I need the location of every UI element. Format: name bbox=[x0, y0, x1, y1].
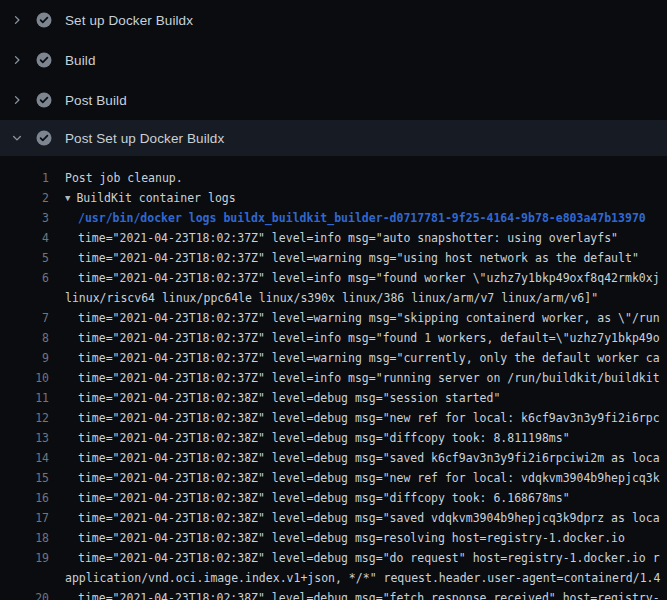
log-command-text: /usr/bin/docker logs buildx_buildkit_bui… bbox=[65, 208, 667, 228]
chevron-down-icon bbox=[11, 130, 23, 146]
group-collapse-icon[interactable]: ▼ bbox=[65, 188, 70, 208]
log-line-number[interactable]: 10 bbox=[0, 368, 49, 388]
log-group-title: BuildKit container logs bbox=[76, 191, 235, 205]
check-circle-icon bbox=[36, 92, 52, 108]
log-line: 6time="2021-04-23T18:02:37Z" level=info … bbox=[0, 268, 667, 288]
log-line-text: time="2021-04-23T18:02:38Z" level=debug … bbox=[65, 588, 667, 600]
log-line: 13time="2021-04-23T18:02:38Z" level=debu… bbox=[0, 428, 667, 448]
log-line-text: time="2021-04-23T18:02:38Z" level=debug … bbox=[65, 408, 667, 428]
chevron-right-icon bbox=[11, 12, 23, 28]
log-line-number[interactable]: 3 bbox=[0, 208, 49, 228]
log-line: 18time="2021-04-23T18:02:38Z" level=debu… bbox=[0, 528, 667, 548]
log-line: 16time="2021-04-23T18:02:38Z" level=debu… bbox=[0, 488, 667, 508]
step-row-post-build[interactable]: Post Build bbox=[0, 80, 667, 120]
log-line-number[interactable]: 13 bbox=[0, 428, 49, 448]
log-line: 10time="2021-04-23T18:02:37Z" level=info… bbox=[0, 368, 667, 388]
log-line-number bbox=[0, 288, 49, 308]
log-line-number[interactable]: 6 bbox=[0, 268, 49, 288]
step-row-set-up-docker-buildx[interactable]: Set up Docker Buildx bbox=[0, 0, 667, 40]
log-line-text: time="2021-04-23T18:02:37Z" level=info m… bbox=[65, 268, 667, 288]
log-line-number[interactable]: 20 bbox=[0, 588, 49, 600]
log-line: 12time="2021-04-23T18:02:38Z" level=debu… bbox=[0, 408, 667, 428]
log-line-number[interactable]: 9 bbox=[0, 348, 49, 368]
log-line-text: Post job cleanup. bbox=[65, 168, 667, 188]
log-line-text: time="2021-04-23T18:02:38Z" level=debug … bbox=[65, 528, 667, 548]
log-line-number[interactable]: 12 bbox=[0, 408, 49, 428]
log-line-text: time="2021-04-23T18:02:38Z" level=debug … bbox=[65, 508, 667, 528]
step-row-build[interactable]: Build bbox=[0, 40, 667, 80]
log-group-toggle[interactable]: ▼BuildKit container logs bbox=[65, 188, 667, 208]
log-line-text: time="2021-04-23T18:02:37Z" level=warnin… bbox=[65, 348, 667, 368]
check-circle-icon bbox=[36, 52, 52, 68]
log-line-text: time="2021-04-23T18:02:37Z" level=warnin… bbox=[65, 248, 667, 268]
check-circle-icon bbox=[36, 12, 52, 28]
step-row-post-set-up-docker-buildx[interactable]: Post Set up Docker Buildx bbox=[0, 120, 667, 156]
log-line: 19time="2021-04-23T18:02:38Z" level=debu… bbox=[0, 548, 667, 568]
log-line: 11time="2021-04-23T18:02:38Z" level=debu… bbox=[0, 388, 667, 408]
log-line-text: time="2021-04-23T18:02:38Z" level=debug … bbox=[65, 548, 667, 568]
log-line-text: time="2021-04-23T18:02:38Z" level=debug … bbox=[65, 468, 667, 488]
workflow-log-panel: Set up Docker BuildxBuildPost BuildPost … bbox=[0, 0, 667, 600]
log-line-number bbox=[0, 568, 49, 588]
log-line-number[interactable]: 17 bbox=[0, 508, 49, 528]
log-line-text: time="2021-04-23T18:02:37Z" level=info m… bbox=[65, 228, 667, 248]
log-line-text: time="2021-04-23T18:02:38Z" level=debug … bbox=[65, 488, 667, 508]
log-line: 9time="2021-04-23T18:02:37Z" level=warni… bbox=[0, 348, 667, 368]
step-label: Set up Docker Buildx bbox=[65, 13, 193, 28]
log-line-text: time="2021-04-23T18:02:37Z" level=info m… bbox=[65, 368, 667, 388]
log-line: 5time="2021-04-23T18:02:37Z" level=warni… bbox=[0, 248, 667, 268]
chevron-right-icon bbox=[11, 52, 23, 68]
step-label: Build bbox=[65, 53, 96, 68]
log-line-continuation: application/vnd.oci.image.index.v1+json,… bbox=[0, 568, 667, 588]
log-line-number[interactable]: 16 bbox=[0, 488, 49, 508]
log-line-text: application/vnd.oci.image.index.v1+json,… bbox=[65, 568, 667, 588]
log-line: 7time="2021-04-23T18:02:37Z" level=warni… bbox=[0, 308, 667, 328]
check-circle-icon bbox=[36, 130, 52, 146]
log-line: 15time="2021-04-23T18:02:38Z" level=debu… bbox=[0, 468, 667, 488]
log-line: 17time="2021-04-23T18:02:38Z" level=debu… bbox=[0, 508, 667, 528]
chevron-right-icon bbox=[11, 92, 23, 108]
log-line-number[interactable]: 11 bbox=[0, 388, 49, 408]
log-line-text: time="2021-04-23T18:02:38Z" level=debug … bbox=[65, 448, 667, 468]
log-line-number[interactable]: 5 bbox=[0, 248, 49, 268]
log-line: 20time="2021-04-23T18:02:38Z" level=debu… bbox=[0, 588, 667, 600]
log-line: 8time="2021-04-23T18:02:37Z" level=info … bbox=[0, 328, 667, 348]
log-viewer: 1Post job cleanup.2▼BuildKit container l… bbox=[0, 156, 667, 600]
step-label: Post Build bbox=[65, 93, 127, 108]
log-line: 14time="2021-04-23T18:02:38Z" level=debu… bbox=[0, 448, 667, 468]
log-line-number[interactable]: 8 bbox=[0, 328, 49, 348]
log-line-text: time="2021-04-23T18:02:37Z" level=warnin… bbox=[65, 308, 667, 328]
steps-list: Set up Docker BuildxBuildPost BuildPost … bbox=[0, 0, 667, 156]
log-line: 4time="2021-04-23T18:02:37Z" level=info … bbox=[0, 228, 667, 248]
log-line-text: time="2021-04-23T18:02:38Z" level=debug … bbox=[65, 388, 667, 408]
log-line: 3/usr/bin/docker logs buildx_buildkit_bu… bbox=[0, 208, 667, 228]
step-label: Post Set up Docker Buildx bbox=[65, 131, 224, 146]
log-line-number[interactable]: 7 bbox=[0, 308, 49, 328]
log-line-number[interactable]: 2 bbox=[0, 188, 49, 208]
log-line-number[interactable]: 15 bbox=[0, 468, 49, 488]
log-line-number[interactable]: 18 bbox=[0, 528, 49, 548]
log-line-text: time="2021-04-23T18:02:38Z" level=debug … bbox=[65, 428, 667, 448]
log-line: 1Post job cleanup. bbox=[0, 168, 667, 188]
log-line-number[interactable]: 14 bbox=[0, 448, 49, 468]
log-line-text: linux/riscv64 linux/ppc64le linux/s390x … bbox=[65, 288, 667, 308]
log-line-continuation: linux/riscv64 linux/ppc64le linux/s390x … bbox=[0, 288, 667, 308]
log-line-text: time="2021-04-23T18:02:37Z" level=info m… bbox=[65, 328, 667, 348]
log-line-number[interactable]: 1 bbox=[0, 168, 49, 188]
log-line-number[interactable]: 19 bbox=[0, 548, 49, 568]
log-line: 2▼BuildKit container logs bbox=[0, 188, 667, 208]
log-line-number[interactable]: 4 bbox=[0, 228, 49, 248]
